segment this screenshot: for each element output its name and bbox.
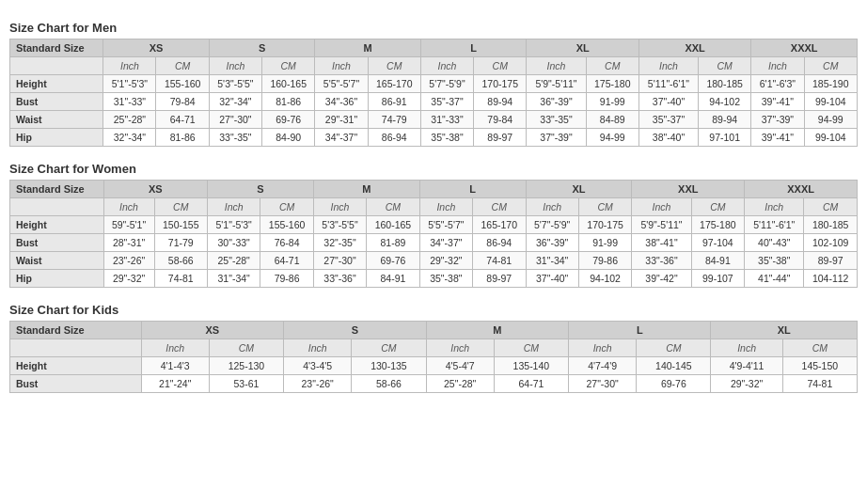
cell-value: 33"-35" — [209, 129, 261, 147]
row-label: Hip — [10, 270, 104, 288]
men-xl-header: XL — [527, 39, 638, 57]
cell-value: 5'9"-5'11" — [527, 75, 586, 93]
cell-value: 6'1"-6'3" — [751, 75, 804, 93]
cell-value: 5'3"-5'5" — [209, 75, 261, 93]
cell-value: 175-180 — [691, 216, 745, 234]
men-standard-size-label: Standard Size — [10, 39, 103, 57]
row-label: Height — [10, 216, 104, 234]
cell-value: 25"-28" — [103, 111, 156, 129]
kids-s-header: S — [284, 322, 426, 339]
kids-section: Size Chart for Kids Standard Size XS S M… — [9, 303, 858, 393]
cell-value: 40"-43" — [745, 234, 804, 252]
cell-value: 84-89 — [586, 111, 638, 129]
men-m-header: M — [315, 39, 421, 57]
cell-value: 33"-36" — [313, 270, 366, 288]
cell-value: 102-109 — [804, 234, 858, 252]
cell-value: 81-86 — [156, 129, 209, 147]
women-m-header: M — [313, 181, 419, 198]
cell-value: 32"-34" — [209, 93, 261, 111]
cell-value: 170-175 — [474, 75, 527, 93]
cell-value: 39"-41" — [751, 93, 804, 111]
cell-value: 125-130 — [209, 357, 283, 375]
cell-value: 89-94 — [698, 111, 750, 129]
cell-value: 35"-38" — [745, 252, 804, 270]
women-standard-size-label: Standard Size — [10, 181, 104, 198]
cell-value: 64-71 — [156, 111, 209, 129]
cell-value: 53-61 — [209, 375, 283, 393]
table-row: Hip32"-34"81-8633"-35"84-9034"-37"86-943… — [10, 129, 858, 147]
table-row: Hip29"-32"74-8131"-34"79-8633"-36"84-913… — [10, 270, 858, 288]
men-cm-7: CM — [804, 57, 857, 75]
men-table: Standard Size XS S M L XL XXL XXXL Inch … — [9, 39, 858, 147]
men-title: Size Chart for Men — [9, 21, 858, 35]
cell-value: 155-160 — [156, 75, 209, 93]
cell-value: 41"-44" — [745, 270, 804, 288]
cell-value: 4'9-4'11 — [711, 357, 782, 375]
cell-value: 84-91 — [367, 270, 420, 288]
cell-value: 23"-26" — [103, 252, 154, 270]
kids-xl-header: XL — [711, 322, 858, 339]
kids-inch-5: Inch — [711, 339, 782, 357]
cell-value: 5'7"-5'9" — [420, 75, 473, 93]
kids-inch-3: Inch — [426, 339, 494, 357]
men-inch-5: Inch — [527, 57, 586, 75]
cell-value: 39"-41" — [751, 129, 804, 147]
row-label: Hip — [10, 129, 103, 147]
men-l-header: L — [420, 39, 527, 57]
cell-value: 39"-42" — [632, 270, 691, 288]
cell-value: 32"-34" — [103, 129, 156, 147]
cell-value: 35"-38" — [420, 129, 473, 147]
table-row: Height4'1-4'3125-1304'3-4'5130-1354'5-4'… — [10, 357, 858, 375]
men-section: Size Chart for Men Standard Size XS S M … — [9, 21, 858, 147]
kids-unit-row: Inch CM Inch CM Inch CM Inch CM Inch CM — [10, 339, 858, 357]
table-row: Bust28"-31"71-7930"-33"76-8432"-35"81-89… — [10, 234, 858, 252]
row-label: Bust — [10, 93, 103, 111]
men-xs-header: XS — [103, 39, 210, 57]
cell-value: 79-86 — [578, 252, 632, 270]
women-xl-header: XL — [526, 181, 632, 198]
cell-value: 38"-40" — [638, 129, 698, 147]
women-cm-7: CM — [804, 198, 858, 216]
cell-value: 94-99 — [804, 111, 857, 129]
cell-value: 99-104 — [804, 129, 857, 147]
row-label: Bust — [10, 234, 104, 252]
cell-value: 99-104 — [804, 93, 857, 111]
cell-value: 180-185 — [804, 216, 858, 234]
men-inch-2: Inch — [209, 57, 261, 75]
cell-value: 175-180 — [586, 75, 638, 93]
cell-value: 35"-37" — [420, 93, 473, 111]
men-s-header: S — [209, 39, 315, 57]
men-xxl-header: XXL — [638, 39, 750, 57]
cell-value: 31"-33" — [103, 93, 156, 111]
cell-value: 69-76 — [637, 375, 711, 393]
cell-value: 32"-35" — [313, 234, 366, 252]
cell-value: 4'7-4'9 — [569, 357, 637, 375]
women-inch-4: Inch — [419, 198, 472, 216]
men-inch-4: Inch — [420, 57, 473, 75]
cell-value: 29"-32" — [103, 270, 154, 288]
kids-l-header: L — [569, 322, 711, 339]
men-unit-row: Inch CM Inch CM Inch CM Inch CM Inch CM … — [10, 57, 858, 75]
cell-value: 84-90 — [262, 129, 315, 147]
cell-value: 160-165 — [367, 216, 420, 234]
women-table: Standard Size XS S M L XL XXL XXXL Inch … — [9, 180, 858, 288]
men-inch-7: Inch — [751, 57, 804, 75]
cell-value: 21"-24" — [141, 375, 209, 393]
women-inch-5: Inch — [526, 198, 578, 216]
cell-value: 5'5"-5'7" — [315, 75, 368, 93]
cell-value: 79-86 — [260, 270, 314, 288]
cell-value: 5'11"-6'1" — [638, 75, 698, 93]
cell-value: 94-102 — [698, 93, 750, 111]
cell-value: 59"-5'1" — [103, 216, 154, 234]
women-cm-3: CM — [367, 198, 420, 216]
cell-value: 5'3"-5'5" — [313, 216, 366, 234]
kids-cm-1: CM — [209, 339, 283, 357]
kids-inch-4: Inch — [569, 339, 637, 357]
men-cm-4: CM — [474, 57, 527, 75]
kids-unit-blank — [10, 339, 142, 357]
cell-value: 28"-31" — [103, 234, 154, 252]
men-inch-1: Inch — [103, 57, 156, 75]
cell-value: 34"-37" — [419, 234, 472, 252]
cell-value: 79-84 — [474, 111, 527, 129]
cell-value: 29"-32" — [711, 375, 782, 393]
